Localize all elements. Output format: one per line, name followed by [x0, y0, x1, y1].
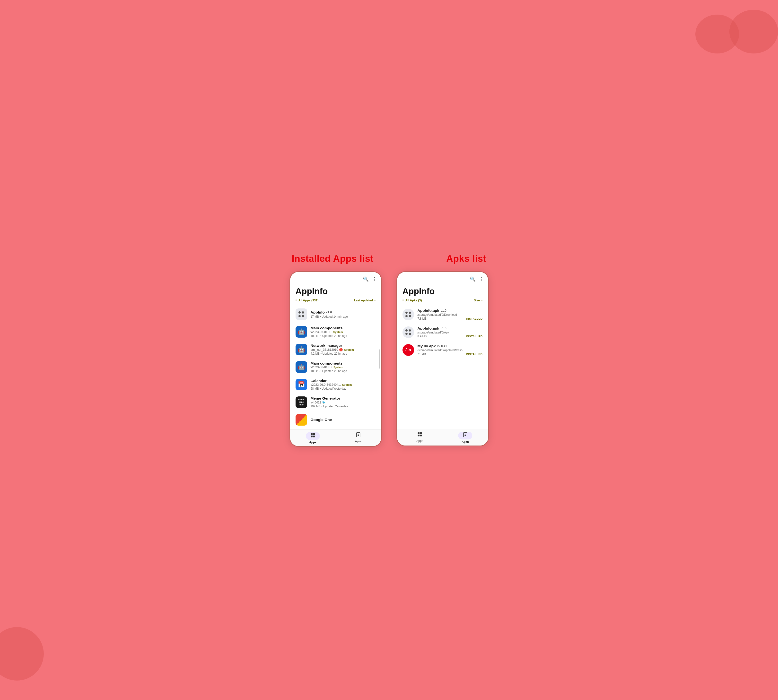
apk-path-jio: /storage/emulated/0/AppInfo/MyJio: [418, 348, 483, 352]
apk-size-jio: 71 MB: [418, 352, 426, 356]
app-item-meme[interactable]: memegenerator Meme Generator v4.6422 🐦 1…: [290, 393, 381, 411]
right-nav-apks[interactable]: Apks: [443, 432, 488, 443]
apk-name-jio: MyJio.apk: [418, 344, 436, 348]
left-nav-apps-label: Apps: [309, 441, 317, 444]
svg-rect-3: [313, 435, 315, 437]
app-meta-appinfo: 17 MB • Updated 14 min ago: [311, 315, 376, 318]
apk-size-row-jio: 71 MB INSTALLED: [418, 352, 483, 356]
apk-size-2: 8.9 MB: [418, 335, 427, 338]
apk-icon-2: [403, 327, 414, 338]
apk-name-row-jio: MyJio.apk v7.0.41: [418, 344, 483, 348]
section-titles: Installed Apps list Apks list: [255, 253, 523, 264]
right-search-icon[interactable]: 🔍: [470, 277, 476, 282]
left-topbar: 🔍 ⋮: [290, 272, 381, 282]
right-nav-apks-icon: [458, 432, 472, 440]
app-info-google-one: Google One: [311, 418, 376, 422]
left-more-icon[interactable]: ⋮: [372, 277, 377, 282]
bg-decoration-3: [730, 10, 778, 53]
left-app-list: AppInfo v1.0 17 MB • Updated 14 min ago …: [290, 305, 381, 430]
apk-item-myjio[interactable]: Jio MyJio.apk v7.0.41 /storage/emulated/…: [397, 341, 488, 359]
right-nav-apps[interactable]: Apps: [397, 432, 443, 443]
apk-info-2: AppInfo.apk v1.0 /storage/emulated/0/Apx…: [418, 326, 483, 338]
apk-status-1: INSTALLED: [466, 317, 483, 320]
left-scrollbar: [379, 349, 380, 369]
right-phone: 🔍 ⋮ AppInfo ≡ All Apks (3) Size ≡: [396, 271, 489, 446]
left-phone: 🔍 ⋮ AppInfo ≡ All Apps (331) Last update…: [290, 271, 382, 447]
app-name-meme: Meme Generator: [311, 396, 376, 400]
svg-rect-9: [420, 435, 422, 436]
right-section-title: Apks list: [446, 253, 486, 264]
apk-status-2: INSTALLED: [466, 335, 483, 338]
app-info-calendar: Calendar v2023.26.0-5432404... System 58…: [311, 379, 376, 390]
apk-info-jio: MyJio.apk v7.0.41 /storage/emulated/0/Ap…: [418, 344, 483, 356]
right-nav-apps-label: Apps: [416, 439, 423, 443]
left-nav-apks-icon: [356, 432, 361, 439]
phones-row: 🔍 ⋮ AppInfo ≡ All Apps (331) Last update…: [255, 271, 523, 447]
right-nav-apks-label: Apks: [461, 440, 468, 443]
apk-size-row-1: 7.8 MB INSTALLED: [418, 317, 483, 320]
apk-item-appinfo-download[interactable]: AppInfo.apk v1.0 /storage/emulated/0/Dow…: [397, 305, 488, 323]
apk-name-row-1: AppInfo.apk v1.0: [418, 308, 483, 313]
left-nav-apks[interactable]: Apks: [336, 432, 381, 444]
svg-rect-7: [420, 432, 422, 434]
app-item-google-one[interactable]: Google One: [290, 411, 381, 428]
app-name-appinfo: AppInfo v1.0: [311, 310, 376, 315]
right-nav-apps-icon: [417, 432, 422, 438]
app-item-main-components-1[interactable]: 🤖 Main components v2023-06-01 T+ System …: [290, 323, 381, 340]
apk-info-1: AppInfo.apk v1.0 /storage/emulated/0/Dow…: [418, 308, 483, 320]
svg-rect-2: [311, 435, 313, 437]
right-sort-label[interactable]: Size ≡: [474, 299, 483, 302]
left-filter-bar: ≡ All Apps (331) Last updated ≡: [290, 298, 381, 305]
left-sort-label[interactable]: Last updated ≡: [354, 299, 376, 302]
apk-version-1: v1.0: [441, 309, 446, 312]
app-icon-calendar: 📅: [295, 379, 307, 390]
svg-rect-0: [311, 433, 313, 435]
app-version-main-1: v2023-06-01 T+ System: [311, 330, 376, 334]
left-sort-icon: ≡: [374, 299, 375, 302]
right-filter-bar: ≡ All Apks (3) Size ≡: [397, 298, 488, 305]
app-item-network-manager[interactable]: 🤖 Network manager aml_net_331812010 🔴 Sy…: [290, 340, 381, 358]
app-name-main-2: Main components: [311, 361, 376, 365]
left-nav-apps[interactable]: Apps: [290, 432, 336, 444]
app-icon-appinfo: [295, 308, 307, 320]
app-info-meme: Meme Generator v4.6422 🐦 192 MB • Update…: [311, 396, 376, 408]
right-more-icon[interactable]: ⋮: [479, 277, 484, 282]
app-item-calendar[interactable]: 📅 Calendar v2023.26.0-5432404... System …: [290, 376, 381, 393]
apk-icon-1: [403, 309, 414, 320]
right-filter-label[interactable]: ≡ All Apks (3): [403, 298, 422, 302]
left-section-title: Installed Apps list: [292, 253, 373, 264]
app-item-main-components-2[interactable]: 🤖 Main components v2023-06-01 S+ System …: [290, 358, 381, 376]
app-icon-meme: memegenerator: [295, 397, 307, 408]
app-version-calendar: v2023.26.0-5432404... System: [311, 383, 376, 387]
left-bottom-nav: Apps Apks: [290, 430, 381, 446]
app-info-appinfo: AppInfo v1.0 17 MB • Updated 14 min ago: [311, 310, 376, 318]
app-meta-main-1: 102 kB • Updated 20 hr. ago: [311, 334, 376, 338]
apk-version-jio: v7.0.41: [437, 344, 447, 348]
apk-version-2: v1.0: [441, 327, 446, 330]
app-meta-meme: 192 MB • Updated Yesterday: [311, 405, 376, 408]
apk-size-row-2: 8.9 MB INSTALLED: [418, 335, 483, 338]
apk-status-jio: INSTALLED: [466, 353, 483, 356]
svg-rect-8: [418, 435, 420, 436]
right-sort-icon: ≡: [481, 299, 483, 302]
app-name-network: Network manager: [311, 343, 376, 348]
left-filter-icon: ≡: [295, 298, 298, 302]
app-meta-main-2: 106 kB • Updated 20 hr. ago: [311, 370, 376, 373]
left-filter-label[interactable]: ≡ All Apps (331): [295, 298, 319, 302]
app-icon-network: 🤖: [295, 344, 307, 355]
right-apk-list: AppInfo.apk v1.0 /storage/emulated/0/Dow…: [397, 305, 488, 429]
apk-item-appinfo-apx[interactable]: AppInfo.apk v1.0 /storage/emulated/0/Apx…: [397, 323, 488, 341]
app-meta-calendar: 58 MB • Updated Yesterday: [311, 387, 376, 390]
app-version-network: aml_net_331812010 🔴 System: [311, 348, 376, 352]
app-info-main-1: Main components v2023-06-01 T+ System 10…: [311, 326, 376, 338]
left-nav-apks-label: Apks: [355, 440, 362, 443]
right-filter-icon: ≡: [403, 298, 405, 302]
svg-rect-6: [418, 432, 420, 434]
left-search-icon[interactable]: 🔍: [363, 277, 369, 282]
app-item-appinfo[interactable]: AppInfo v1.0 17 MB • Updated 14 min ago: [290, 305, 381, 323]
left-app-title: AppInfo: [290, 282, 381, 298]
app-version-meme: v4.6422 🐦: [311, 400, 376, 404]
bg-decoration-1: [0, 627, 44, 680]
left-nav-apps-icon: [306, 432, 320, 440]
app-meta-network: 4.2 MB • Updated 20 hr. ago: [311, 352, 376, 355]
